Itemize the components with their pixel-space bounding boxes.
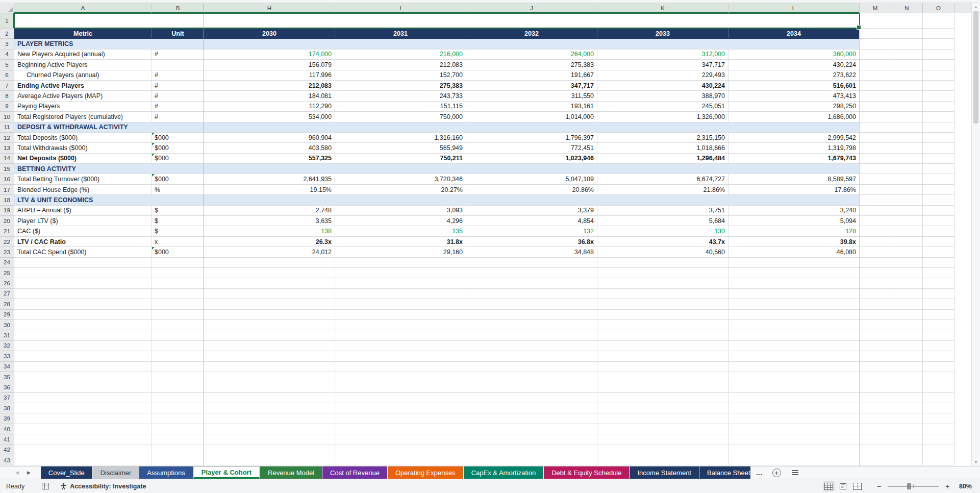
cell-n4[interactable] [891, 50, 923, 60]
select-all-corner[interactable] [0, 3, 14, 13]
cell-y3-33[interactable] [597, 351, 728, 361]
value-cell-2034-row4[interactable]: 360,000 [728, 50, 860, 60]
cell-o30[interactable] [923, 320, 954, 330]
cell-y1-38[interactable] [335, 403, 466, 413]
metric-label-paying-players[interactable]: Paying Players [14, 102, 152, 112]
value-cell-2031-row6[interactable]: 152,700 [335, 70, 466, 81]
cell-y1-42[interactable] [335, 445, 466, 455]
cell-m43[interactable] [860, 455, 891, 465]
value-cell-2033-row4[interactable]: 312,000 [597, 50, 728, 60]
cell-y4-41[interactable] [728, 434, 860, 445]
cell-b39[interactable] [152, 413, 204, 424]
cell-y4-43[interactable] [728, 455, 860, 465]
cell-m32[interactable] [860, 341, 891, 351]
value-cell-2034-row23[interactable]: 46,080 [728, 247, 860, 257]
cell-y4-27[interactable] [728, 289, 860, 299]
cell-y3-42[interactable] [597, 445, 728, 455]
cell-y2-33[interactable] [466, 351, 597, 361]
value-cell-2033-row19[interactable]: 3,751 [597, 206, 728, 216]
cell-y0-33[interactable] [204, 351, 335, 361]
cell-b36[interactable] [152, 382, 204, 392]
cell-a25[interactable] [14, 268, 152, 278]
cell-m18[interactable] [860, 195, 891, 205]
cell-b37[interactable] [152, 393, 204, 403]
cell-y1-39[interactable] [335, 413, 466, 424]
cell-a33[interactable] [14, 351, 152, 361]
cell-n8[interactable] [891, 91, 923, 101]
cell-m31[interactable] [860, 330, 891, 340]
cell-b41[interactable] [152, 434, 204, 445]
cell-m35[interactable] [860, 372, 891, 382]
cell-n39[interactable] [891, 413, 923, 424]
value-cell-2034-row7[interactable]: 516,601 [728, 81, 860, 91]
cell-y4-30[interactable] [728, 320, 860, 330]
cell-b38[interactable] [152, 403, 204, 413]
row-header-29[interactable]: 29 [0, 310, 14, 320]
unit-cell-23[interactable]: $000 [152, 247, 204, 257]
cell-b32[interactable] [152, 341, 204, 351]
column-header-k[interactable]: K [597, 3, 728, 13]
value-cell-2032-row17[interactable]: 20.86% [466, 185, 597, 195]
cell-y1-40[interactable] [335, 424, 466, 434]
value-cell-2030-row7[interactable]: 212,083 [204, 81, 335, 91]
normal-view-icon[interactable] [823, 481, 835, 491]
zoom-out-button[interactable]: − [875, 482, 883, 490]
zoom-slider[interactable] [888, 483, 939, 490]
cell-y3-38[interactable] [597, 403, 728, 413]
cell-m15[interactable] [860, 164, 891, 174]
value-cell-2032-row6[interactable]: 191,667 [466, 70, 597, 81]
cell-o19[interactable] [923, 206, 954, 216]
cell-y4-26[interactable] [728, 278, 860, 288]
value-cell-2030-row23[interactable]: 24,012 [204, 247, 335, 257]
cell-o43[interactable] [923, 455, 954, 465]
metric-label-total-deposits-000[interactable]: Total Deposits ($000) [14, 133, 152, 143]
row-header-38[interactable]: 38 [0, 403, 14, 413]
value-cell-2033-row12[interactable]: 2,315,150 [597, 133, 728, 143]
cell-o13[interactable] [923, 143, 954, 153]
cell-y1-35[interactable] [335, 372, 466, 382]
cell-y3-27[interactable] [597, 289, 728, 299]
cell-y4-32[interactable] [728, 341, 860, 351]
cell-b40[interactable] [152, 424, 204, 434]
cell-m27[interactable] [860, 289, 891, 299]
cell-m13[interactable] [860, 143, 891, 153]
cell-m23[interactable] [860, 247, 891, 257]
value-cell-2033-row10[interactable]: 1,326,000 [597, 112, 728, 122]
sheet-tab-disclaimer[interactable]: Disclaimer [93, 466, 139, 479]
value-cell-2034-row13[interactable]: 1,319,798 [728, 143, 860, 153]
cell-m6[interactable] [860, 70, 891, 81]
metric-label-average-active-players-map[interactable]: Average Active Players (MAP) [14, 91, 152, 101]
cell-y4-39[interactable] [728, 413, 860, 424]
row-header-30[interactable]: 30 [0, 320, 14, 330]
cell-y1-30[interactable] [335, 320, 466, 330]
cell-b30[interactable] [152, 320, 204, 330]
cell-o22[interactable] [923, 237, 954, 247]
value-cell-2033-row9[interactable]: 245,051 [597, 102, 728, 112]
value-cell-2031-row8[interactable]: 243,733 [335, 91, 466, 101]
row-header-9[interactable]: 9 [0, 102, 14, 112]
row-header-37[interactable]: 37 [0, 393, 14, 403]
cell-o5[interactable] [923, 60, 954, 70]
value-cell-2030-row4[interactable]: 174,000 [204, 50, 335, 60]
unit-cell-13[interactable]: $000 [152, 143, 204, 153]
cell-n33[interactable] [891, 351, 923, 361]
value-cell-2030-row20[interactable]: 3,635 [204, 216, 335, 226]
cell-o36[interactable] [923, 382, 954, 392]
sheet-tab-capex-amortization[interactable]: CapEx & Amortization [464, 466, 543, 479]
cell-m1[interactable] [860, 13, 891, 29]
cell-y2-43[interactable] [466, 455, 597, 465]
row-header-21[interactable]: 21 [0, 226, 14, 236]
cell-o26[interactable] [923, 278, 954, 288]
cell-n19[interactable] [891, 206, 923, 216]
tab-scroll-left-icon[interactable]: ◀ [15, 470, 19, 475]
metric-label-net-deposits-000[interactable]: Net Deposits ($000) [14, 154, 152, 164]
value-cell-2030-row14[interactable]: 557,325 [204, 154, 335, 164]
cell-a39[interactable] [14, 413, 152, 424]
cell-m33[interactable] [860, 351, 891, 361]
cell-n15[interactable] [891, 164, 923, 174]
cell-b24[interactable] [152, 258, 204, 268]
cell-m5[interactable] [860, 60, 891, 70]
cell-n27[interactable] [891, 289, 923, 299]
metric-label-total-registered-players-cumulative[interactable]: Total Registered Players (cumulative) [14, 112, 152, 122]
cell-a24[interactable] [14, 258, 152, 268]
